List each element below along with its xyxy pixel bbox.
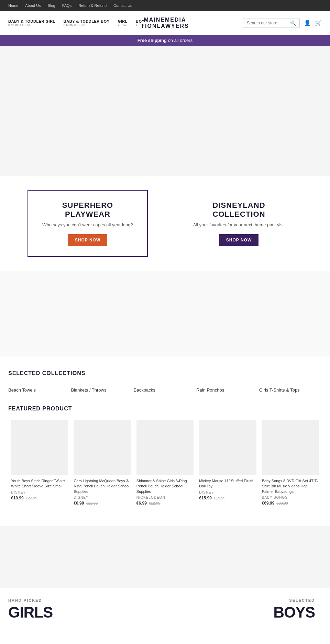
search-input[interactable] [247,21,288,25]
promo-disney: DISNEYLAND COLLECTION All your favorites… [175,191,302,256]
product-card-1[interactable]: Cars Lightning McQueen Boys 3-Ring Penci… [71,420,133,512]
promo-superhero: SUPERHERO PLAYWEAR Who says you can't we… [28,190,148,257]
product-name-4: Baby Songs 8 DVD Gift Set 4T T-Shirt Bib… [262,478,319,494]
promo-bar: Free shipping on all orders [0,35,330,46]
footer-girls-label: HAND PICKED [8,598,158,602]
logo-line1: MAINEMEDIA [141,17,189,23]
category-baby-boy[interactable]: Baby & Toddler Boy 0 Months - 5T [64,19,110,27]
site-logo[interactable]: MAINEMEDIA TIONLAWYERS [141,17,189,29]
logo-line2: TIONLAWYERS [141,23,189,29]
product-card-4[interactable]: Baby Songs 8 DVD Gift Set 4T T-Shirt Bib… [259,420,322,512]
nav-return[interactable]: Return & Refund [78,3,107,8]
search-button[interactable]: 🔍 [290,20,296,26]
promo-superhero-desc: Who says you can't wear capes all year l… [42,222,133,227]
product-price-sale-3: €15.99 [199,496,212,500]
product-prices-3: €15.99 €19.99 [199,496,256,500]
product-price-orig-2: €12.99 [149,501,161,505]
collection-backpacks[interactable]: Backpacks [134,385,196,395]
product-brand-1: DISNEY [74,496,131,499]
product-image-2 [136,420,194,475]
cart-button[interactable]: 🛒 [315,20,322,26]
category-baby-girl-label: Baby & Toddler Girl [8,19,55,23]
footer-sections: HAND PICKED GIRLS SELECTED BOYS [0,588,330,621]
promo-banners: SUPERHERO PLAYWEAR Who says you can't we… [0,176,330,271]
product-name-2: Shimmer & Shine Girls 3-Ring Pencil Pouc… [136,478,194,494]
promo-disney-btn[interactable]: SHOP NOW [219,234,258,246]
category-baby-boy-label: Baby & Toddler Boy [64,19,110,23]
product-name-3: Mickey Mouse 11" Stuffed Plush Doll Toy [199,478,256,489]
product-brand-3: DISNEY [199,490,256,494]
product-image-3 [199,420,256,475]
featured-product-section: FEATURED PRODUCT Youth Boys Stitch Ringe… [0,402,330,526]
product-brand-0: DISNEY [11,490,68,494]
header-actions: 🔍 👤 🛒 [243,19,322,27]
category-baby-boy-sub: 0 Months - 5T [64,23,110,27]
hero-area [0,46,330,176]
footer-girls-title: GIRLS [8,604,158,621]
product-brand-4: BABY SONGS [262,496,319,499]
product-price-sale-1: €6.99 [74,501,84,506]
promo-rest-text: on all orders [167,38,192,43]
product-name-0: Youth Boys Stitch Ringer T-Shirt White S… [11,478,68,489]
product-card-0[interactable]: Youth Boys Stitch Ringer T-Shirt White S… [8,420,71,512]
product-price-orig-3: €19.99 [214,496,226,500]
promo-disney-title: DISNEYLAND COLLECTION [189,201,289,219]
nav-home[interactable]: Home [8,3,18,8]
bottom-banner-area [0,526,330,588]
footer-boys-label: SELECTED [165,598,315,602]
product-prices-2: €6.99 €12.99 [136,501,194,506]
cart-icon: 🛒 [315,20,322,26]
category-nav: Baby & Toddler Girl 0 Months - 5T Baby &… [8,19,243,27]
product-price-orig-0: €22.99 [26,496,37,500]
product-name-1: Cars Lightning McQueen Boys 3-Ring Penci… [74,478,131,494]
promo-disney-desc: All your favorites for your next theme p… [189,222,289,227]
collection-blankets[interactable]: Blankets / Throws [71,385,133,395]
main-header: Baby & Toddler Girl 0 Months - 5T Baby &… [0,11,330,35]
promo-superhero-btn[interactable]: SHOP NOW [68,234,107,246]
footer-boys-section: SELECTED BOYS [165,598,322,621]
top-nav-bar: Home About Us Blog FAQs Return & Refund … [0,0,330,11]
product-card-2[interactable]: Shimmer & Shine Girls 3-Ring Pencil Pouc… [134,420,196,512]
mid-banner-area [0,271,330,357]
nav-about[interactable]: About Us [25,3,41,8]
featured-heading: FEATURED PRODUCT [8,406,322,412]
promo-superhero-title: SUPERHERO PLAYWEAR [42,201,133,219]
product-brand-2: NICKELODEON [136,496,194,499]
collection-rain-ponchos[interactable]: Rain Ponchos [196,385,259,395]
account-button[interactable]: 👤 [304,20,311,26]
category-baby-girl[interactable]: Baby & Toddler Girl 0 Months - 5T [8,19,55,27]
account-icon: 👤 [304,20,311,26]
product-price-sale-0: €18.99 [11,496,24,500]
promo-bold-text: Free shipping [138,38,167,43]
product-prices-4: €69.99 €99.99 [262,501,319,506]
category-girl-label: Girl [118,19,128,23]
collections-heading: SELECTED COLLECTIONS [8,370,322,376]
category-girl-sub: 4 - 14 [118,23,128,27]
product-prices-1: €6.99 €12.99 [74,501,131,506]
footer-girls-section: HAND PICKED GIRLS [8,598,165,621]
collection-girls-tshirts[interactable]: Girls T-Shirts & Tops [259,385,322,395]
product-price-orig-1: €12.99 [86,501,98,505]
product-price-orig-4: €99.99 [276,501,288,505]
search-icon: 🔍 [290,20,296,26]
footer-boys-title: BOYS [165,604,315,621]
product-image-4 [262,420,319,475]
product-price-sale-4: €69.99 [262,501,275,506]
product-card-3[interactable]: Mickey Mouse 11" Stuffed Plush Doll Toy … [196,420,259,512]
nav-contact[interactable]: Contact Us [113,3,132,8]
category-girl[interactable]: Girl 4 - 14 [118,19,128,27]
products-grid: Youth Boys Stitch Ringer T-Shirt White S… [8,420,322,512]
product-prices-0: €18.99 €22.99 [11,496,68,500]
product-image-1 [74,420,131,475]
product-image-0 [11,420,68,475]
product-price-sale-2: €6.99 [136,501,147,506]
collection-beach-towels[interactable]: Beach Towels [8,385,71,395]
nav-blog[interactable]: Blog [48,3,55,8]
nav-faqs[interactable]: FAQs [62,3,72,8]
category-baby-girl-sub: 0 Months - 5T [8,23,55,27]
collections-list: Beach Towels Blankets / Throws Backpacks… [8,385,322,395]
selected-collections-section: SELECTED COLLECTIONS Beach Towels Blanke… [0,357,330,402]
search-bar: 🔍 [243,19,300,27]
